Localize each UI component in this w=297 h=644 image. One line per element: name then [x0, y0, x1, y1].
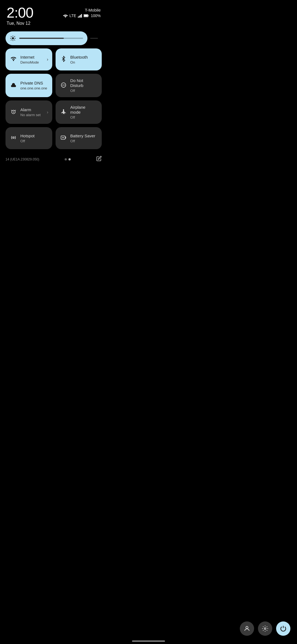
airplane-mode-title: Airplane mode	[70, 105, 97, 115]
hotspot-icon	[10, 135, 16, 142]
internet-chevron: ›	[47, 57, 48, 62]
tile-bluetooth[interactable]: Bluetooth On	[56, 48, 102, 70]
internet-subtitle: DemoMode	[20, 60, 39, 64]
edit-button[interactable]	[96, 156, 102, 163]
private-dns-icon	[10, 82, 16, 89]
alarm-chevron: ›	[47, 110, 48, 115]
bluetooth-subtitle: On	[70, 60, 88, 64]
internet-icon	[10, 56, 16, 63]
tile-hotspot[interactable]: Hotspot Off	[6, 127, 52, 149]
clock: 2:00	[7, 6, 33, 20]
alarm-title: Alarm	[20, 107, 41, 112]
page-dot-2[interactable]	[68, 158, 71, 160]
svg-rect-2	[84, 15, 88, 17]
svg-line-7	[14, 40, 15, 40]
signal-icon	[78, 14, 82, 18]
page-dot-1[interactable]	[65, 158, 67, 160]
tile-private-dns[interactable]: Private DNS one.one.one.one	[6, 74, 52, 97]
airplane-mode-icon	[61, 109, 67, 116]
svg-line-6	[11, 36, 12, 37]
battery-saver-icon	[61, 135, 67, 142]
alarm-icon	[10, 109, 16, 116]
build-version: 14 (UE1A.230829.050)	[6, 157, 39, 161]
battery-percentage: 100%	[91, 13, 101, 18]
battery-icon	[84, 14, 89, 18]
tile-alarm[interactable]: Alarm No alarm set ›	[6, 100, 52, 124]
battery-saver-title: Battery Saver	[70, 133, 95, 138]
airplane-mode-subtitle: Off	[70, 115, 97, 119]
quick-settings-grid: Internet DemoMode › Bluetooth On Private…	[6, 48, 102, 149]
footer-row: 14 (UE1A.230829.050)	[0, 154, 107, 166]
brightness-slider[interactable]	[6, 31, 87, 45]
svg-point-3	[12, 37, 14, 39]
status-bar: 2:00 Tue, Nov 12 T-Mobile LTE	[0, 0, 107, 28]
bluetooth-title: Bluetooth	[70, 55, 88, 60]
quick-settings-panel: Internet DemoMode › Bluetooth On Private…	[0, 28, 107, 154]
status-right: T-Mobile LTE 100%	[63, 6, 101, 18]
svg-point-0	[65, 17, 66, 18]
lte-label: LTE	[70, 13, 76, 18]
hotspot-subtitle: Off	[20, 139, 35, 143]
brightness-icon	[10, 35, 16, 41]
svg-point-12	[13, 60, 14, 61]
do-not-disturb-icon	[61, 82, 67, 89]
page-dots	[65, 158, 71, 160]
do-not-disturb-subtitle: Off	[70, 89, 97, 93]
tile-do-not-disturb[interactable]: Do Not Disturb Off	[56, 74, 102, 97]
date: Tue, Nov 12	[7, 21, 33, 26]
carrier-label: T-Mobile	[85, 8, 101, 12]
internet-title: Internet	[20, 55, 39, 60]
svg-line-10	[11, 40, 12, 40]
private-dns-subtitle: one.one.one.one	[20, 86, 47, 90]
wifi-status-icon	[63, 14, 68, 18]
private-dns-title: Private DNS	[20, 81, 47, 86]
bluetooth-icon	[61, 56, 67, 63]
tile-airplane-mode[interactable]: Airplane mode Off	[56, 100, 102, 124]
svg-line-11	[14, 36, 15, 37]
time-date: 2:00 Tue, Nov 12	[7, 6, 33, 26]
tile-battery-saver[interactable]: Battery Saver Off	[56, 127, 102, 149]
tile-internet[interactable]: Internet DemoMode ›	[6, 48, 52, 70]
do-not-disturb-title: Do Not Disturb	[70, 78, 97, 88]
battery-saver-subtitle: Off	[70, 139, 95, 143]
svg-point-16	[13, 137, 14, 138]
status-icons: LTE 100%	[63, 13, 101, 18]
hotspot-title: Hotspot	[20, 133, 35, 138]
brightness-separator	[90, 38, 98, 39]
alarm-subtitle: No alarm set	[20, 113, 41, 117]
